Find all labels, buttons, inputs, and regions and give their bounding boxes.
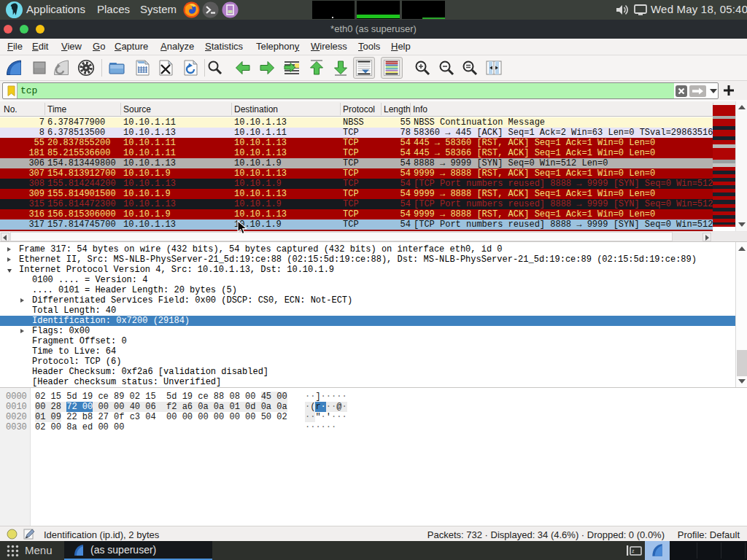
svg-text:z: z (632, 548, 635, 553)
